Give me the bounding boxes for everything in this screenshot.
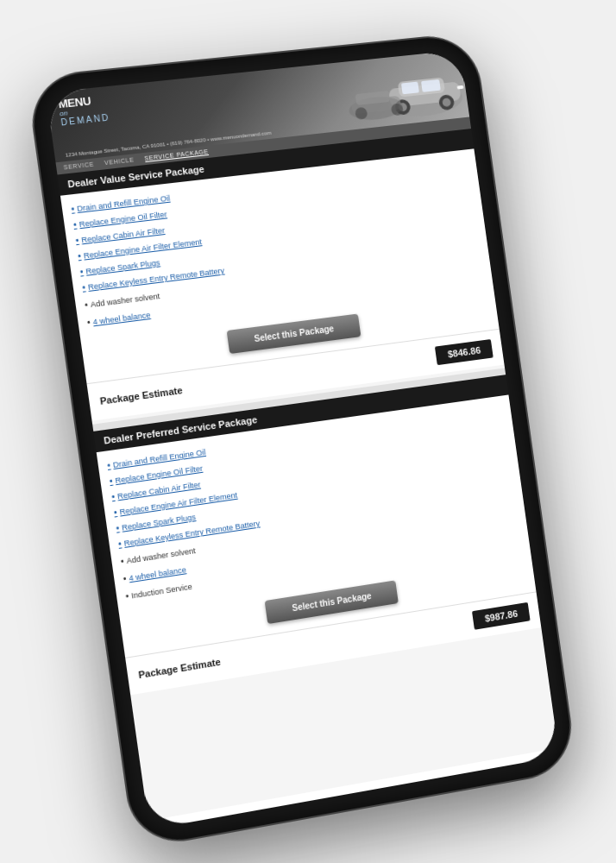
nav-vehicle[interactable]: VEHICLE xyxy=(104,156,135,167)
svg-rect-4 xyxy=(401,82,419,95)
logo: MENU on DEMAND xyxy=(58,93,111,127)
nav-service[interactable]: SERVICE xyxy=(63,161,94,172)
package-dealer-preferred: Dealer Preferred Service Package Drain a… xyxy=(93,375,541,695)
package-2-estimate-price: $987.86 xyxy=(472,602,530,630)
package-2-estimate-label: Package Estimate xyxy=(138,657,222,681)
phone-device: MENU on DEMAND xyxy=(28,34,576,848)
phone-screen: MENU on DEMAND xyxy=(46,50,559,829)
package-1-estimate-price: $846.86 xyxy=(435,339,493,365)
content-area: Dealer Value Service Package Drain and R… xyxy=(57,129,557,821)
package-1-estimate-label: Package Estimate xyxy=(99,385,183,406)
svg-rect-5 xyxy=(421,79,441,92)
package-1-select-button[interactable]: Select this Package xyxy=(227,314,361,354)
